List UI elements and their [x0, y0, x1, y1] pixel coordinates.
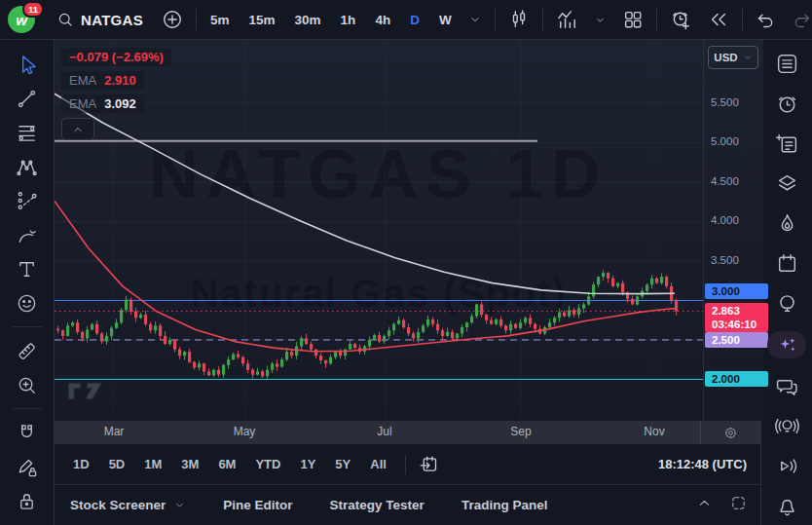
calendar-button[interactable] — [773, 251, 800, 276]
calendar-goto-icon — [419, 454, 439, 474]
interval-D[interactable]: D — [410, 13, 420, 27]
interval-4h[interactable]: 4h — [375, 13, 390, 27]
redo-button[interactable] — [789, 7, 812, 33]
brush-tool[interactable] — [11, 220, 44, 249]
symbol-search[interactable]: NATGAS — [51, 7, 149, 32]
news-button[interactable] — [773, 131, 800, 156]
fib-retracement-tool[interactable] — [11, 118, 44, 147]
range-1m[interactable]: 1M — [135, 453, 170, 475]
create-alert-button[interactable] — [667, 6, 695, 34]
time-axis[interactable]: MarMayJulSepNov — [55, 421, 760, 444]
price-tag-2.863: 2.86303:46:10 — [705, 303, 768, 332]
pattern-tool[interactable] — [11, 152, 44, 181]
play-waves-icon — [775, 454, 799, 478]
axis-settings-corner[interactable] — [700, 421, 760, 444]
time-label-mar: Mar — [104, 425, 125, 438]
emoji-tool[interactable] — [11, 288, 44, 318]
interval-5m[interactable]: 5m — [210, 13, 230, 27]
ai-assistant-button[interactable] — [767, 331, 806, 358]
currency-dropdown[interactable]: USD — [708, 46, 758, 69]
object-tree-button[interactable] — [773, 171, 800, 196]
panel-tab-stock-screener[interactable]: Stock Screener — [70, 498, 186, 512]
alarm-clock-icon — [775, 92, 799, 116]
price-tick-4.000: 4.000 — [711, 214, 739, 226]
text-icon — [16, 258, 38, 281]
panel-maximize-button[interactable] — [730, 495, 747, 515]
range-1y[interactable]: 1Y — [291, 453, 324, 475]
streams-button[interactable] — [773, 454, 800, 478]
indicators-button[interactable] — [553, 6, 581, 34]
range-5y[interactable]: 5Y — [326, 453, 359, 475]
chevron-down-icon — [173, 499, 186, 511]
price-tag-2.000: 2.000 — [705, 371, 768, 387]
hotlists-button[interactable] — [773, 211, 800, 236]
calendar-icon — [775, 251, 799, 276]
panel-expand-button[interactable] — [696, 495, 713, 515]
price-tick-5.500: 5.500 — [711, 96, 739, 108]
range-3m[interactable]: 3M — [172, 453, 207, 475]
interval-15m[interactable]: 15m — [249, 13, 276, 27]
right-sidebar — [760, 40, 812, 525]
gear-icon — [723, 426, 738, 440]
notification-badge: 11 — [22, 1, 44, 18]
chat-bubbles-icon — [775, 374, 799, 398]
panel-tab-trading-panel[interactable]: Trading Panel — [461, 498, 548, 512]
ruler-icon — [16, 340, 38, 362]
range-ytd[interactable]: YTD — [246, 453, 289, 475]
watchlist-button[interactable] — [773, 52, 800, 76]
interval-dropdown-button[interactable] — [465, 10, 485, 29]
ema-fast-row: EMA2.910 — [61, 71, 144, 90]
panel-tab-strategy-tester[interactable]: Strategy Tester — [330, 498, 424, 512]
tradingview-logo — [67, 381, 104, 405]
legend-collapse-button[interactable] — [61, 118, 94, 140]
cursor-icon — [16, 54, 38, 76]
zoom-in-tool[interactable] — [11, 370, 44, 399]
chevron-up-icon — [72, 124, 84, 135]
magnet-tool[interactable] — [11, 418, 44, 447]
forecast-tool[interactable] — [11, 186, 44, 215]
trend-line-tool[interactable] — [11, 84, 44, 113]
interval-1h[interactable]: 1h — [341, 13, 356, 27]
layout-grid-button[interactable] — [619, 6, 646, 33]
interval-W[interactable]: W — [439, 13, 452, 27]
range-5d[interactable]: 5D — [100, 453, 134, 475]
interval-30m[interactable]: 30m — [295, 13, 321, 27]
broadcast-bulb-icon — [775, 414, 799, 438]
range-1d[interactable]: 1D — [64, 453, 98, 475]
price-axis[interactable]: USD 5.5005.0004.5004.0003.5003.0002.5002… — [703, 40, 763, 421]
dashed-square-icon — [730, 495, 747, 511]
plus-circle-icon — [162, 9, 183, 30]
server-clock: 18:12:48 (UTC) — [658, 457, 747, 471]
panel-tab-pine-editor[interactable]: Pine Editor — [223, 498, 292, 512]
toolbar-separator — [742, 9, 743, 30]
text-tool[interactable] — [11, 254, 44, 283]
bar-replay-button[interactable] — [705, 6, 732, 33]
live-ideas-button[interactable] — [773, 414, 800, 438]
indicators-icon — [556, 9, 578, 31]
lock-all-tool[interactable] — [11, 486, 44, 515]
alerts-button[interactable] — [773, 92, 800, 116]
toolbar-separator — [196, 9, 197, 30]
go-to-date-button[interactable] — [416, 451, 442, 477]
measure-tool[interactable] — [11, 336, 44, 365]
date-range-toolbar: 1D5D1M3M6MYTD1Y5YAll 18:12:48 (UTC) — [55, 444, 760, 485]
range-6m[interactable]: 6M — [209, 453, 244, 475]
time-label-may: May — [234, 425, 256, 438]
app-logo[interactable]: w 11 — [6, 3, 41, 36]
indicators-dropdown-button[interactable] — [591, 11, 609, 29]
drawing-lock-tool[interactable] — [11, 452, 44, 481]
notifications-button[interactable] — [773, 494, 800, 518]
ideas-button[interactable] — [773, 291, 800, 316]
price-tick-5.000: 5.000 — [711, 135, 739, 147]
cursor-tool[interactable] — [11, 50, 44, 79]
grid-layout-icon — [622, 9, 644, 30]
toolbar-divider — [13, 326, 42, 327]
undo-button[interactable] — [753, 7, 779, 33]
fib-retracement-icon — [16, 122, 38, 144]
chart-style-button[interactable] — [505, 6, 533, 33]
chart-canvas[interactable]: NATGAS 1D Natural Gas (Spot) −0.079 (−2.… — [55, 40, 703, 421]
chat-button[interactable] — [773, 374, 800, 398]
compare-add-button[interactable] — [159, 6, 186, 33]
time-label-nov: Nov — [644, 425, 664, 438]
range-all[interactable]: All — [361, 453, 395, 475]
